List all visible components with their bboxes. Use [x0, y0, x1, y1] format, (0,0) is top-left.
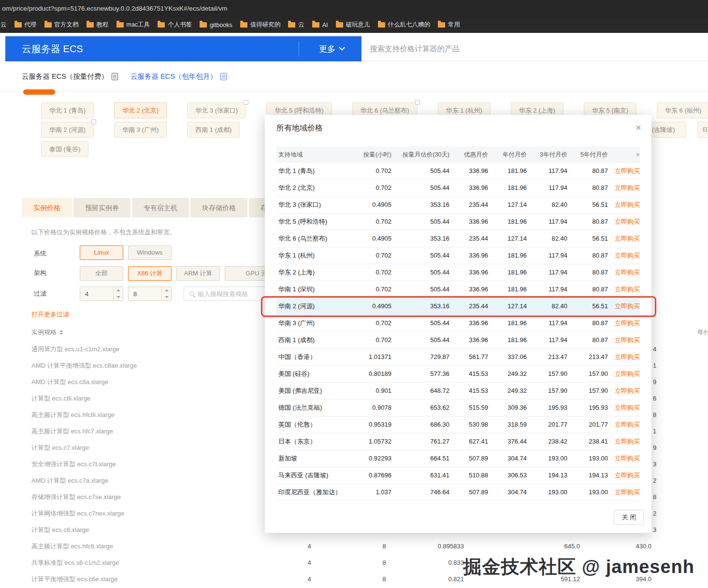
buy-now-link[interactable]: 立即购买	[608, 416, 640, 433]
instance-row-label[interactable]: 计算网络增强型 ecs.c7nex.xlarge	[31, 505, 196, 522]
five-year-monthly-price: 80.87	[567, 264, 608, 281]
instance-row-label[interactable]: 通用算力型 ecs.u1-c1m2.xlarge	[31, 341, 196, 358]
tab-pay-as-you-go[interactable]: 云服务器 ECS（按量付费）	[22, 61, 118, 92]
instance-row-label[interactable]: 高主频计算型 ecs.hfc8i.xlarge	[31, 407, 196, 423]
arch-option-button[interactable]: ARM 计算	[176, 266, 220, 281]
five-year-monthly-price: 80.87	[567, 214, 608, 230]
product-search-input[interactable]	[370, 44, 684, 53]
buy-now-link[interactable]: 立即购买	[608, 315, 640, 331]
price-section-tab[interactable]: 预留实例券	[73, 198, 130, 217]
buy-now-link[interactable]: 立即购买	[608, 163, 640, 179]
folder-icon	[438, 22, 445, 28]
buy-now-link[interactable]: 立即购买	[608, 214, 640, 230]
system-option-button[interactable]: Windows	[128, 245, 172, 260]
buy-now-link[interactable]: 立即购买	[608, 230, 640, 247]
region-tab[interactable]: 华北 2 (北京)	[114, 102, 167, 118]
system-option-button[interactable]: Linux	[80, 245, 123, 260]
five-year-monthly-price: 157.90	[567, 366, 608, 382]
region-name: 美国 (弗吉尼亚)	[276, 383, 349, 399]
buy-now-link[interactable]: 立即购买	[608, 180, 640, 196]
three-year-monthly-price: 193.00	[527, 484, 567, 501]
bookmark-item[interactable]: mac工具	[116, 21, 150, 29]
buy-now-link[interactable]: 立即购买	[608, 247, 640, 264]
bookmark-item[interactable]: 代理	[14, 21, 37, 29]
stepper-down-icon[interactable]	[114, 294, 123, 301]
sort-icon[interactable]	[60, 330, 63, 335]
copy-icon[interactable]	[220, 73, 227, 80]
buy-now-link[interactable]: 立即购买	[608, 264, 640, 281]
buy-now-link[interactable]: 立即购买	[608, 332, 640, 348]
bookmark-item[interactable]: 什么乱七八糟的	[378, 21, 431, 29]
three-year-monthly-price: 213.47	[527, 349, 567, 365]
price-section-tab[interactable]: 专有宿主机	[132, 198, 189, 217]
bookmark-item[interactable]: 值得研究的	[240, 21, 281, 29]
buy-now-link[interactable]: 立即购买	[608, 349, 640, 365]
instance-row-label[interactable]: 计算型 ecs.c7.xlarge	[31, 440, 196, 456]
close-icon[interactable]: ×	[632, 121, 645, 134]
buy-now-link[interactable]: 立即购买	[608, 383, 640, 399]
monthly-estimate: 505.44	[391, 315, 449, 331]
tab-subscription-label: 云服务器 ECS（包年包月）	[130, 72, 217, 81]
buy-now-link[interactable]: 立即购买	[608, 450, 640, 467]
more-filters-link[interactable]: 打开更多过滤	[31, 310, 69, 319]
instance-row-label[interactable]: 计算型 ecs.c6.xlarge	[31, 522, 196, 538]
monthly-estimate: 353.16	[391, 230, 449, 247]
buy-now-link[interactable]: 立即购买	[608, 467, 640, 484]
arch-option-button[interactable]: X86 计算	[128, 266, 172, 281]
buy-now-link[interactable]: 立即购买	[608, 366, 640, 382]
region-tab[interactable]: 华东 6 (福州)	[657, 102, 708, 118]
discount-monthly-price: 627.41	[449, 433, 488, 450]
bookmark-item[interactable]: AI	[312, 22, 328, 29]
buy-now-link[interactable]: 立即购买	[608, 433, 640, 450]
table-close-icon[interactable]: ×	[608, 146, 640, 163]
bookmark-item[interactable]: gitbooks	[200, 22, 232, 29]
region-tab[interactable]: 华北 1 (青岛)	[41, 102, 94, 118]
bookmark-item[interactable]: 云	[0, 21, 7, 29]
instance-row-label[interactable]: 存储增强计算型 ecs.c7se.xlarge	[31, 489, 196, 505]
memory-input[interactable]	[133, 287, 155, 300]
region-tab[interactable]: 华北 3 (张家口)	[187, 102, 246, 118]
five-year-monthly-price: 213.47	[567, 349, 608, 365]
arch-option-button[interactable]: 全部	[80, 266, 123, 281]
monthly-estimate: 353.16	[391, 197, 449, 213]
region-tab[interactable]: 印度尼西亚 (雅加达)	[697, 122, 708, 138]
memory-stepper[interactable]	[128, 287, 172, 301]
more-products-button[interactable]: 更多	[319, 36, 344, 61]
partial-digit: 3	[653, 456, 661, 473]
tab-subscription[interactable]: 云服务器 ECS（包年包月）	[130, 61, 227, 92]
system-label: 系统	[34, 249, 46, 258]
vcpu-input[interactable]	[85, 287, 107, 300]
bookmark-item[interactable]: 个人书签	[158, 21, 192, 29]
copy-icon[interactable]	[112, 73, 118, 80]
stepper-down-icon[interactable]	[162, 294, 171, 301]
bookmark-item[interactable]: 破玩意儿	[336, 21, 370, 29]
stepper-up-icon[interactable]	[114, 287, 123, 294]
region-name: 新加坡	[276, 450, 349, 467]
region-tab[interactable]: 泰国 (曼谷)	[41, 141, 88, 157]
bookmark-item[interactable]: 云	[288, 21, 304, 29]
price-section-tab[interactable]: 块存储价格	[190, 198, 247, 217]
buy-now-link[interactable]: 立即购买	[608, 400, 640, 416]
yearly-monthly-price: 318.59	[488, 416, 527, 433]
price-section-tab[interactable]: 实例价格	[22, 198, 72, 217]
five-year-monthly-price: 80.87	[567, 247, 608, 264]
instance-row-label[interactable]: 高主频计算型 ecs.hfc7.xlarge	[31, 423, 196, 440]
vcpu-stepper[interactable]	[80, 287, 123, 301]
instance-row-label[interactable]: AMD 计算平衡增强型 ecs.c8ae.xlarge	[31, 358, 196, 374]
instance-row-label[interactable]: 计算型 ecs.c8i.xlarge	[31, 390, 196, 407]
buy-now-link[interactable]: 立即购买	[608, 484, 640, 501]
discount-monthly-price: 336.96	[449, 180, 488, 196]
buy-now-link[interactable]: 立即购买	[608, 281, 640, 298]
hourly-price: 0.9078	[349, 400, 391, 416]
spec-column-header[interactable]: 实例规格	[31, 328, 63, 337]
stepper-up-icon[interactable]	[162, 287, 171, 294]
buy-now-link[interactable]: 立即购买	[608, 197, 640, 213]
instance-row-label[interactable]: AMD 计算型 ecs.c7a.xlarge	[31, 473, 196, 489]
close-button[interactable]: 关 闭	[614, 510, 644, 525]
browser-address-bar[interactable]: om/price/product?spm=5176.ecsnewbuy.0.0.…	[0, 0, 708, 17]
bookmark-item[interactable]: 常用	[438, 21, 460, 29]
instance-row-label[interactable]: AMD 计算型 ecs.c8a.xlarge	[31, 374, 196, 390]
bookmark-item[interactable]: 官方文档	[44, 21, 79, 29]
instance-row-label[interactable]: 安全增强计算型 ecs.c7t.xlarge	[31, 456, 196, 473]
bookmark-item[interactable]: 教程	[87, 21, 109, 29]
